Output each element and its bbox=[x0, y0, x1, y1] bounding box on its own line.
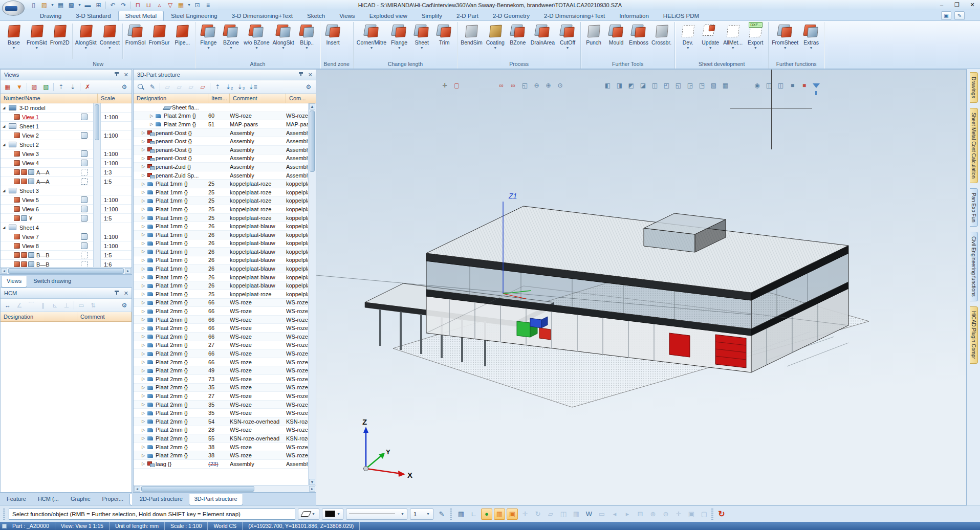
point-grid-icon[interactable]: ▦ bbox=[494, 509, 505, 520]
part-row[interactable]: ▷Plaat 2mm {}38WS-rozeWS-roze bbox=[134, 451, 316, 460]
line-style-select[interactable]: ▼ bbox=[346, 509, 407, 520]
side-tab-civil-engineering-functions[interactable]: Civil Engineering functions bbox=[970, 232, 978, 301]
side-tab-hicad-plugin-compr[interactable]: HiCAD.Plugin.Compr bbox=[970, 306, 978, 364]
close-icon[interactable]: ✕ bbox=[123, 72, 129, 78]
active-part-icon[interactable]: ■ bbox=[788, 81, 797, 90]
pan-view-icon[interactable]: ✛ bbox=[673, 509, 684, 520]
flange-button[interactable]: Flange▼ bbox=[197, 23, 220, 50]
part-row[interactable]: ▷laag {}(23)AssemblyAssembly bbox=[134, 460, 316, 469]
scroll-right-icon[interactable]: ▸ bbox=[125, 268, 131, 274]
dock-tab-feature[interactable]: Feature bbox=[1, 494, 32, 505]
view-back-icon[interactable]: ◨ bbox=[615, 81, 624, 90]
view-iso-icon[interactable]: ◱ bbox=[673, 81, 683, 90]
view-cube-icon[interactable] bbox=[81, 242, 88, 249]
views-view-row[interactable]: View 11:100 bbox=[1, 113, 132, 122]
distance-constraint-icon[interactable]: ↔ bbox=[3, 300, 13, 311]
part-row[interactable]: ▷penant-Oost {}AssemblyAssembly bbox=[134, 154, 316, 163]
part-row[interactable]: ▷penant-Oost {}AssemblyAssembly bbox=[134, 129, 316, 138]
tangent-constraint-icon[interactable]: ⌒ bbox=[26, 300, 36, 311]
monitor-view-icon[interactable]: ⊡ bbox=[192, 1, 202, 9]
dropdown-arrow-icon[interactable]: ▼ bbox=[783, 46, 787, 50]
tab-2-d-part[interactable]: 2-D Part bbox=[449, 11, 486, 20]
part-row[interactable]: ▷Plaat 2mm {}66WS-rozeWS-roze bbox=[134, 307, 316, 316]
shade-sphere-icon[interactable]: ● bbox=[481, 509, 492, 520]
red-frame-icon[interactable]: ▢ bbox=[452, 81, 462, 90]
sheet-button[interactable]: Sheet▼ bbox=[410, 23, 433, 50]
view-cube-icon[interactable] bbox=[81, 233, 88, 240]
expand-icon[interactable]: ▷ bbox=[142, 317, 147, 322]
collapse-icon[interactable]: ◢ bbox=[3, 143, 9, 147]
view-cube-icon[interactable] bbox=[81, 261, 88, 267]
tab-exploded-view[interactable]: Exploded view bbox=[362, 11, 415, 20]
collapse-icon[interactable]: ◢ bbox=[3, 106, 9, 110]
rotate-part-icon[interactable]: ↻ bbox=[532, 509, 543, 520]
color-swatch-select[interactable]: ▼ bbox=[322, 509, 343, 520]
insert-view-icon[interactable]: ▼ bbox=[14, 82, 25, 92]
view-cube-icon[interactable] bbox=[81, 114, 88, 120]
expand-icon[interactable]: ▷ bbox=[142, 130, 147, 135]
view-front-icon[interactable]: ◧ bbox=[603, 81, 613, 90]
customize-toolbar-icon[interactable]: ≡ bbox=[203, 1, 213, 9]
view-rotate-icon[interactable]: ▧ bbox=[709, 81, 718, 90]
views-view-row[interactable]: View 61:100 bbox=[1, 205, 132, 214]
views-view-row[interactable]: View 31:100 bbox=[1, 149, 132, 159]
zoom-out-icon[interactable]: ⊖ bbox=[532, 81, 541, 90]
close-icon[interactable]: ✕ bbox=[307, 72, 314, 78]
collapse-icon[interactable]: ◢ bbox=[3, 189, 9, 193]
tab-sketch[interactable]: Sketch bbox=[300, 11, 332, 20]
toolbar-grip[interactable] bbox=[3, 509, 5, 520]
alongskt-button[interactable]: AlongSkt▼ bbox=[271, 23, 296, 50]
part-row[interactable]: ▷Plaat 2mm {}51MAP-paarsMAP-paars bbox=[134, 120, 316, 129]
expand-icon[interactable]: ▷ bbox=[142, 436, 147, 440]
ribbon-layout-icon[interactable]: ▣ bbox=[941, 11, 951, 20]
close-icon[interactable]: ✕ bbox=[123, 290, 129, 297]
delete-view-icon[interactable]: ✗ bbox=[82, 82, 93, 92]
visibility-icon[interactable]: ◉ bbox=[752, 81, 762, 90]
bzone-button[interactable]: BZone▼ bbox=[220, 23, 242, 50]
refresh-drawing-icon[interactable]: ↻ bbox=[716, 509, 727, 520]
view-top-icon[interactable]: ◫ bbox=[650, 81, 660, 90]
maximize-button[interactable]: ❐ bbox=[949, 1, 965, 10]
sort-2-icon[interactable]: ⇣₂ bbox=[224, 82, 234, 92]
part-row[interactable]: ▷Plaat 1mm {}26koppelplaat-blauwkoppelpl… bbox=[134, 231, 316, 239]
dropdown-arrow-icon[interactable]: ▼ bbox=[35, 46, 38, 50]
w-o-bzone-button[interactable]: w/o BZone▼ bbox=[242, 23, 271, 50]
part-col-designation[interactable]: Designation bbox=[134, 94, 208, 103]
views-view-row[interactable]: View 51:100 bbox=[1, 195, 132, 205]
part-row[interactable]: ▷Plaat 2mm {}66WS-rozeWS-roze bbox=[134, 299, 316, 307]
expand-icon[interactable]: ▷ bbox=[142, 283, 147, 288]
view-right-icon[interactable]: ◪ bbox=[638, 81, 648, 90]
view-settings-icon[interactable]: ⚙ bbox=[119, 82, 129, 92]
part-row[interactable]: ▷Plaat 1mm {}25koppelplaat-rozekoppelpla… bbox=[134, 290, 316, 299]
dock-tab-hcm-[interactable]: HCM (... bbox=[32, 494, 64, 505]
views-view-row[interactable]: ¥1:5 bbox=[1, 214, 132, 223]
expand-icon[interactable]: ▷ bbox=[142, 300, 147, 305]
expand-icon[interactable]: ▷ bbox=[142, 156, 147, 161]
part-row[interactable]: ▷Plaat 2mm {}73WS-rozeWS-roze bbox=[134, 375, 316, 384]
red-part-icon[interactable]: ■ bbox=[799, 81, 809, 90]
mirror-part-icon[interactable]: ◫ bbox=[558, 509, 569, 520]
scroll-up-icon[interactable]: ▲ bbox=[309, 103, 315, 109]
view-cube-icon[interactable] bbox=[81, 206, 88, 212]
tab-switch-drawing[interactable]: Switch drawing bbox=[28, 276, 77, 288]
part-vertical-scrollbar[interactable]: ▲ ▼ bbox=[308, 103, 316, 485]
part-row[interactable]: ▷Plaat 1mm {}26koppelplaat-blauwkoppelpl… bbox=[134, 239, 316, 248]
side-tab-pan-exp-fun[interactable]: Pan Exp Fun bbox=[970, 188, 978, 227]
side-tab-drawings[interactable]: Drawings bbox=[970, 72, 978, 103]
fit-view-icon[interactable]: ▣ bbox=[686, 509, 697, 520]
grid-settings-icon[interactable]: ▦ bbox=[176, 1, 186, 9]
tab-views[interactable]: Views bbox=[332, 11, 362, 20]
zoom-in-icon[interactable]: ⊕ bbox=[647, 509, 659, 520]
expand-icon[interactable]: ▷ bbox=[142, 326, 147, 330]
tab-drawing[interactable]: Drawing bbox=[33, 11, 69, 20]
views-view-row[interactable]: B—B1:5 bbox=[1, 251, 132, 260]
dropdown-arrow-icon[interactable]: ▼ bbox=[810, 46, 813, 50]
expand-icon[interactable]: ▷ bbox=[142, 368, 147, 373]
fromsol-button[interactable]: FromSol bbox=[124, 23, 147, 46]
part-horizontal-scrollbar[interactable]: ◂ ▸ bbox=[134, 485, 316, 492]
emboss-button[interactable]: Emboss bbox=[627, 23, 650, 46]
grid-settings-dropdown-icon[interactable]: ▼ bbox=[187, 1, 191, 9]
views-group-row[interactable]: ◢Sheet 4 bbox=[1, 223, 132, 232]
side-tab-sheet-metal-cost-calculation[interactable]: Sheet Metal Cost Calculation bbox=[970, 108, 978, 183]
move-part-icon[interactable]: ✛ bbox=[519, 509, 531, 520]
